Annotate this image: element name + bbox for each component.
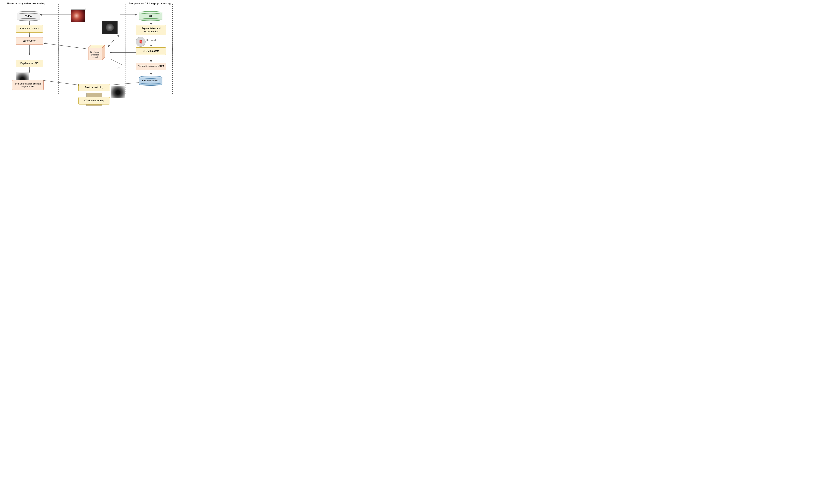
svg-text:prediction: prediction bbox=[91, 54, 99, 56]
endoscopy-image bbox=[71, 9, 85, 22]
ct-video-box: CT-video matching bbox=[78, 97, 110, 104]
left-section-label: Ureteroscopy video processing bbox=[6, 2, 46, 5]
svg-line-17 bbox=[110, 59, 121, 65]
model-3d-label: 3D model bbox=[147, 39, 156, 41]
svg-text:model: model bbox=[92, 56, 98, 58]
ct-node: CT bbox=[139, 10, 163, 22]
valid-frame-box: Valid frame filtering bbox=[16, 25, 43, 33]
ct-image bbox=[102, 21, 118, 34]
si-dm-box: SI-DM datasets bbox=[136, 47, 166, 55]
si-label: SI bbox=[117, 35, 119, 38]
dm-label: DM bbox=[117, 66, 120, 69]
depth-model-svg: Depth map prediction model bbox=[85, 41, 107, 63]
feature-matching-box: Feature matching bbox=[78, 84, 110, 91]
depth-maps-ei-box: Depth maps of EI bbox=[16, 60, 43, 67]
right-section-label: Preoperative CT image processing bbox=[128, 2, 171, 5]
semantic-dm-box: Semantic features of DM bbox=[136, 63, 166, 70]
style-transfer-box: Style transfer bbox=[16, 37, 43, 45]
segmentation-box: Segmentation and reconstruction bbox=[136, 25, 166, 35]
video-node: Video bbox=[17, 10, 40, 22]
depth-model-cube: Depth map prediction model bbox=[85, 41, 107, 63]
semantic-features-ei-box: Semantic features of depth maps from EI bbox=[12, 80, 43, 90]
diagram: Ureteroscopy video processing Preoperati… bbox=[4, 4, 173, 102]
model-3d-image: 🫀 bbox=[136, 37, 146, 47]
feature-db-node: Feature database bbox=[139, 75, 163, 87]
svg-line-15 bbox=[108, 40, 114, 47]
si-image bbox=[111, 86, 125, 98]
svg-text:Depth map: Depth map bbox=[91, 51, 100, 53]
